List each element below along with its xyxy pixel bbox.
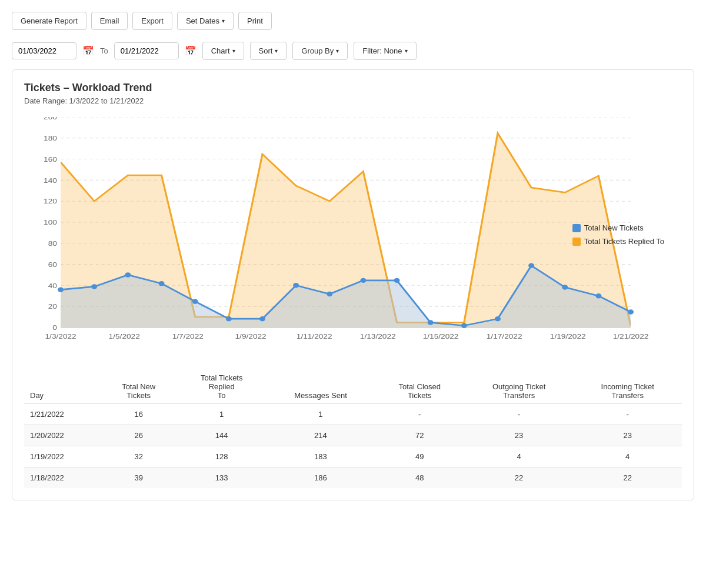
- svg-text:200: 200: [44, 117, 57, 121]
- cell-incoming: 22: [573, 467, 682, 489]
- svg-point-47: [528, 263, 534, 268]
- toolbar: Generate Report Email Export Set Dates ▾…: [12, 12, 694, 30]
- cell-new-tickets: 26: [101, 425, 176, 446]
- svg-text:1/11/2022: 1/11/2022: [297, 333, 332, 340]
- cell-closed: 72: [375, 425, 465, 446]
- cell-closed: -: [375, 404, 465, 425]
- chart-dropdown[interactable]: Chart ▾: [202, 42, 244, 60]
- table-row: 1/21/2022 16 1 1 - - -: [24, 404, 682, 425]
- cell-outgoing: 22: [465, 467, 574, 489]
- date-from-input[interactable]: [12, 42, 76, 59]
- cell-outgoing: -: [465, 404, 574, 425]
- email-button[interactable]: Email: [91, 12, 128, 30]
- th-outgoing: Outgoing TicketTransfers: [465, 370, 574, 404]
- svg-point-37: [192, 299, 198, 303]
- cell-messages-sent: 183: [267, 446, 374, 467]
- cell-new-tickets: 16: [101, 404, 176, 425]
- cell-messages-sent: 186: [267, 467, 374, 489]
- svg-point-39: [259, 316, 265, 321]
- cell-new-tickets: 32: [101, 446, 176, 467]
- cell-incoming: -: [573, 404, 682, 425]
- svg-text:1/17/2022: 1/17/2022: [487, 333, 522, 340]
- svg-text:1/13/2022: 1/13/2022: [360, 333, 396, 340]
- svg-point-44: [428, 320, 434, 325]
- svg-text:1/21/2022: 1/21/2022: [613, 333, 649, 340]
- report-title: Tickets – Workload Trend: [24, 82, 682, 94]
- svg-point-48: [562, 285, 568, 289]
- date-to-input[interactable]: [114, 42, 179, 59]
- cell-replied-to: 1: [176, 404, 267, 425]
- cell-incoming: 23: [573, 425, 682, 446]
- calendar-to-icon[interactable]: 📅: [185, 45, 197, 56]
- svg-text:180: 180: [44, 135, 57, 142]
- cell-day: 1/18/2022: [24, 467, 101, 489]
- x-axis: 1/3/2022 1/5/2022 1/7/2022 1/9/2022 1/11…: [45, 333, 649, 340]
- generate-report-button[interactable]: Generate Report: [12, 12, 86, 30]
- svg-point-36: [159, 281, 165, 286]
- legend-new-tickets-color: [572, 224, 581, 232]
- cell-closed: 48: [375, 467, 465, 489]
- svg-text:160: 160: [44, 156, 57, 163]
- svg-point-40: [293, 283, 299, 288]
- svg-point-34: [91, 284, 97, 289]
- svg-point-50: [628, 309, 634, 314]
- chevron-down-icon: ▾: [222, 18, 225, 24]
- cell-day: 1/20/2022: [24, 425, 101, 446]
- svg-point-46: [495, 316, 501, 321]
- cell-outgoing: 23: [465, 425, 574, 446]
- svg-text:0: 0: [52, 324, 57, 332]
- svg-text:80: 80: [48, 240, 57, 248]
- table-row: 1/20/2022 26 144 214 72 23 23: [24, 425, 682, 446]
- date-separator: To: [100, 46, 108, 55]
- svg-text:60: 60: [48, 261, 57, 269]
- svg-text:140: 140: [44, 177, 57, 185]
- svg-point-41: [327, 292, 332, 296]
- th-replied-to: Total TicketsRepliedTo: [176, 370, 267, 404]
- th-messages-sent: Messages Sent: [267, 370, 374, 404]
- svg-text:100: 100: [44, 219, 57, 226]
- svg-point-35: [125, 272, 131, 277]
- data-table: Day Total NewTickets Total TicketsReplie…: [24, 370, 682, 488]
- report-subtitle: Date Range: 1/3/2022 to 1/21/2022: [24, 96, 682, 105]
- cell-outgoing: 4: [465, 446, 574, 467]
- svg-text:1/3/2022: 1/3/2022: [45, 333, 76, 340]
- svg-text:120: 120: [44, 198, 57, 205]
- svg-point-38: [226, 316, 232, 321]
- svg-text:1/19/2022: 1/19/2022: [550, 333, 586, 340]
- cell-replied-to: 144: [176, 425, 267, 446]
- chart-legend: Total New Tickets Total Tickets Replied …: [572, 223, 664, 246]
- export-button[interactable]: Export: [132, 12, 172, 30]
- cell-replied-to: 128: [176, 446, 267, 467]
- legend-replied: Total Tickets Replied To: [572, 237, 664, 246]
- filter-dropdown[interactable]: Filter: None ▾: [354, 42, 416, 60]
- cell-day: 1/21/2022: [24, 404, 101, 425]
- chevron-down-icon: ▾: [405, 48, 408, 54]
- svg-point-33: [58, 287, 64, 292]
- th-incoming: Incoming TicketTransfers: [573, 370, 682, 404]
- th-new-tickets: Total NewTickets: [101, 370, 176, 404]
- group-by-dropdown[interactable]: Group By ▾: [292, 42, 348, 60]
- cell-day: 1/19/2022: [24, 446, 101, 467]
- svg-text:1/5/2022: 1/5/2022: [109, 333, 140, 340]
- print-button[interactable]: Print: [238, 12, 272, 30]
- chart-area: 200 180 160 140 120 100 80 60 40 20 0 1/…: [24, 117, 682, 352]
- table-row: 1/18/2022 39 133 186 48 22 22: [24, 467, 682, 489]
- sort-dropdown[interactable]: Sort ▾: [250, 42, 287, 60]
- report-card: Tickets – Workload Trend Date Range: 1/3…: [12, 69, 694, 500]
- svg-text:40: 40: [48, 282, 57, 289]
- filters-row: 📅 To 📅 Chart ▾ Sort ▾ Group By ▾ Filter:…: [12, 42, 694, 60]
- th-closed: Total ClosedTickets: [375, 370, 465, 404]
- calendar-from-icon[interactable]: 📅: [82, 45, 94, 56]
- svg-point-49: [595, 293, 601, 298]
- chevron-down-icon: ▾: [232, 48, 235, 54]
- cell-closed: 49: [375, 446, 465, 467]
- set-dates-button[interactable]: Set Dates ▾: [177, 12, 234, 30]
- svg-text:1/9/2022: 1/9/2022: [235, 333, 267, 340]
- svg-text:1/7/2022: 1/7/2022: [172, 333, 204, 340]
- svg-text:20: 20: [48, 303, 57, 310]
- legend-new-tickets: Total New Tickets: [572, 223, 664, 232]
- chevron-down-icon: ▾: [275, 48, 278, 54]
- legend-replied-color: [572, 238, 581, 246]
- svg-point-45: [461, 323, 467, 328]
- cell-incoming: 4: [573, 446, 682, 467]
